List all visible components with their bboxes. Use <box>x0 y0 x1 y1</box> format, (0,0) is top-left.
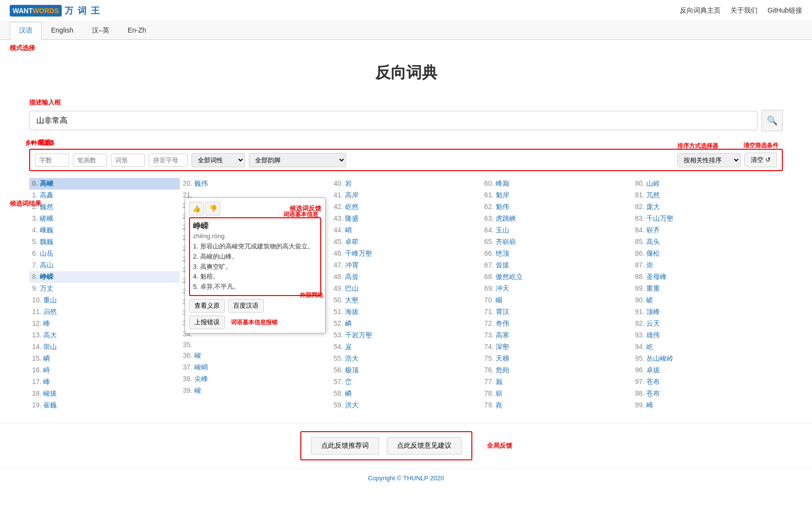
result-item[interactable]: 45.卓荦 <box>330 236 481 248</box>
result-item[interactable]: 10.重山 <box>29 295 180 306</box>
result-item[interactable]: 73.高寒 <box>482 330 632 341</box>
result-item[interactable]: 95.丛山峻岭 <box>632 353 783 365</box>
result-item[interactable]: 89.重重 <box>632 283 783 295</box>
result-item[interactable]: 85.高头 <box>632 236 783 248</box>
sort-select[interactable]: 按相关性排序 按笔画数排序 按字数排序 <box>677 153 741 167</box>
result-item[interactable]: 90.嵯 <box>632 295 783 306</box>
result-item[interactable]: 19.崔巍 <box>29 400 180 411</box>
filter-pinyin[interactable] <box>149 154 188 167</box>
result-item[interactable]: 82.庞大 <box>632 201 783 213</box>
result-item[interactable]: 88.圣母峰 <box>632 271 783 283</box>
lookup-btn[interactable]: 查看义原 <box>189 299 225 313</box>
result-item[interactable]: 58.嶙 <box>330 388 481 400</box>
filter-form[interactable] <box>111 154 145 167</box>
result-item[interactable]: 16.峙 <box>29 365 180 376</box>
result-item[interactable]: 15.嶙 <box>29 353 180 365</box>
result-item[interactable]: 9.万丈 <box>29 283 180 295</box>
result-item[interactable]: 54.岌 <box>330 341 481 353</box>
result-item[interactable]: 74.深壑 <box>482 341 632 353</box>
result-item[interactable]: 49.巴山 <box>330 283 481 295</box>
result-item[interactable]: 77.巅 <box>482 376 632 388</box>
result-item[interactable]: 35. <box>180 339 330 350</box>
result-item[interactable]: 14.崇山 <box>29 341 180 353</box>
result-item[interactable]: 60.峰巅 <box>482 178 632 190</box>
result-item[interactable]: 83.千山万壑 <box>632 213 783 225</box>
result-item[interactable]: 52.嶙 <box>330 318 481 330</box>
result-item[interactable]: 20.巍伟 <box>180 178 330 190</box>
result-item[interactable]: 47.冲霄 <box>330 260 481 271</box>
result-item[interactable]: 5.魏巍 <box>29 236 180 248</box>
result-item[interactable]: 63.虎跳峡 <box>482 213 632 225</box>
result-item[interactable]: 99.崎 <box>632 400 783 411</box>
result-item[interactable]: 75.天梯 <box>482 353 632 365</box>
result-item[interactable]: 55.浩大 <box>330 353 481 365</box>
result-item[interactable]: 93.雄伟 <box>632 330 783 341</box>
filter-pos[interactable]: 全部词性 <box>191 153 245 167</box>
result-item[interactable]: 67.耸拔 <box>482 260 632 271</box>
result-item[interactable]: 37.峻峭 <box>180 362 330 373</box>
result-item[interactable]: 70.崛 <box>482 295 632 306</box>
result-item[interactable]: 18.峻拔 <box>29 388 180 400</box>
result-item[interactable]: 64.玉山 <box>482 225 632 236</box>
result-item[interactable]: 40.岩 <box>330 178 481 190</box>
result-item[interactable]: 2.巍然 <box>29 201 180 213</box>
result-item[interactable]: 7.高山 <box>29 260 180 271</box>
result-item[interactable]: 12.峰 <box>29 318 180 330</box>
result-item[interactable]: 91.顶峰 <box>632 306 783 318</box>
result-item[interactable]: 92.云天 <box>632 318 783 330</box>
result-item[interactable]: 76.危殆 <box>482 365 632 376</box>
result-item[interactable]: 1.高矗 <box>29 190 180 201</box>
result-item[interactable]: 36.峻 <box>180 350 330 362</box>
result-item[interactable]: 84.崭齐 <box>632 225 783 236</box>
result-item[interactable]: 46.千峰万壑 <box>330 248 481 260</box>
result-item[interactable]: 69.冲天 <box>482 283 632 295</box>
report-button[interactable]: 上报错误 <box>189 315 225 329</box>
clear-button[interactable]: 清空 ↺ 清空筛选条件 <box>744 153 777 167</box>
tab-chinese[interactable]: 汉语 <box>10 22 42 40</box>
result-item[interactable]: 65.齐崭崭 <box>482 236 632 248</box>
result-item[interactable]: 57.峦 <box>330 376 481 388</box>
result-item[interactable]: 4.峨巍 <box>29 225 180 236</box>
nav-home[interactable]: 反向词典主页 <box>680 6 721 15</box>
result-item[interactable]: 44.峭 <box>330 225 481 236</box>
nav-about[interactable]: 关于我们 <box>730 6 758 15</box>
result-item[interactable]: 17.峰 <box>29 376 180 388</box>
result-item[interactable]: 78.崭 <box>482 388 632 400</box>
result-item[interactable]: 56.极顶 <box>330 365 481 376</box>
search-button[interactable]: 🔍 <box>761 110 783 131</box>
result-item[interactable]: 71.霄汉 <box>482 306 632 318</box>
tab-en-zh[interactable]: En-Zh <box>119 22 155 39</box>
search-input[interactable] <box>29 111 758 130</box>
result-item[interactable]: 11.岿然 <box>29 306 180 318</box>
filter-chars[interactable] <box>35 154 69 167</box>
result-item[interactable]: 97.苍布 <box>632 376 783 388</box>
result-item[interactable]: 96.卓拔 <box>632 365 783 376</box>
result-item[interactable]: 6.山岳 <box>29 248 180 260</box>
result-item[interactable]: 42.屹然 <box>330 201 481 213</box>
feedback-recommend-btn[interactable]: 点此反馈推荐词 <box>311 437 379 455</box>
result-item[interactable]: 62.魁伟 <box>482 201 632 213</box>
result-item[interactable]: 61.魁岸 <box>482 190 632 201</box>
result-item[interactable]: 68.傲然屹立 <box>482 271 632 283</box>
feedback-suggest-btn[interactable]: 点此反馈意见建议 <box>387 437 462 455</box>
filter-rhyme[interactable]: 全部韵脚 <box>249 153 346 167</box>
result-item[interactable]: 0.高峻 <box>29 178 180 190</box>
result-item[interactable]: 41.高岸 <box>330 190 481 201</box>
result-item[interactable]: 80.山岭 <box>632 178 783 190</box>
result-item[interactable]: 87.崇 <box>632 260 783 271</box>
result-item[interactable]: 50.大壑 <box>330 295 481 306</box>
like-button[interactable]: 👍 <box>189 202 204 215</box>
result-item[interactable]: 39.峻 <box>180 385 330 397</box>
result-item[interactable]: 98.苍布 <box>632 388 783 400</box>
result-item[interactable]: 3.嵯峨 <box>29 213 180 225</box>
result-item[interactable]: 72.奇伟 <box>482 318 632 330</box>
dislike-button[interactable]: 👎 <box>206 202 220 215</box>
result-item[interactable]: 8.峥嵘 <box>29 271 180 283</box>
result-item[interactable]: 94.屹 <box>632 341 783 353</box>
tab-zh-en[interactable]: 汉–英 <box>83 22 119 39</box>
result-item[interactable]: 86.偃松 <box>632 248 783 260</box>
result-item[interactable]: 43.隆盛 <box>330 213 481 225</box>
nav-github[interactable]: GitHub链接 <box>767 6 802 15</box>
result-item[interactable]: 79.嶤 <box>482 400 632 411</box>
result-item[interactable]: 81.兀然 <box>632 190 783 201</box>
